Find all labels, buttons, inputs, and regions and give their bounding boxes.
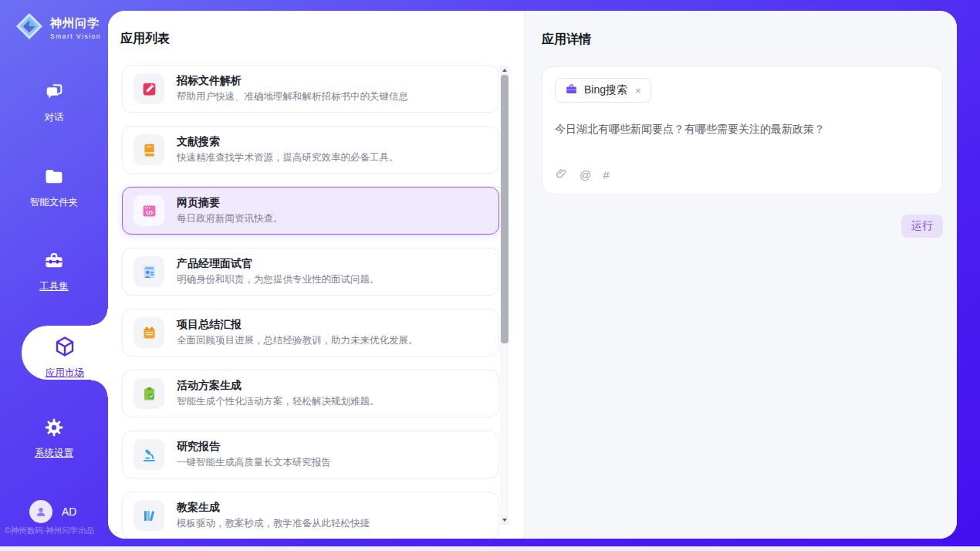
folder-icon: [43, 166, 65, 189]
sidebar: 神州问学 Smart Vision 对话 智能文件夹 工具集 应用市场 系统设置…: [0, 0, 108, 546]
app-card-title: 产品经理面试官: [177, 257, 380, 270]
app-card[interactable]: 活动方案生成 智能生成个性化活动方案，轻松解决规划难题。: [122, 370, 499, 417]
prompt-card[interactable]: Bing搜索 × 今日湖北有哪些新闻要点？有哪些需要关注的最新政策？ @#: [542, 66, 943, 194]
tool-tag-label: Bing搜索: [584, 83, 627, 97]
sidebar-item-folder[interactable]: 智能文件夹: [0, 166, 108, 209]
app-card[interactable]: 项目总结汇报 全面回顾项目进展，总结经验教训，助力未来优化发展。: [122, 309, 499, 357]
briefcase-icon: [565, 83, 578, 99]
composer-toolbar: @#: [555, 167, 610, 183]
app-card-desc: 模板驱动，教案秒成，教学准备从此轻松快捷: [177, 518, 370, 530]
sidebar-item-label: 工具集: [0, 280, 108, 293]
app-card-text: 招标文件解析 帮助用户快速、准确地理解和解析招标书中的关键信息: [177, 74, 408, 103]
app-card-desc: 快速精准查找学术资源，提高研究效率的必备工具。: [177, 152, 399, 164]
app-card[interactable]: 产品经理面试官 明确身份和职责，为您提供专业性的面试问题。: [122, 248, 499, 296]
note-icon: [133, 317, 164, 348]
hash-icon[interactable]: #: [603, 168, 609, 181]
clipboard-check-icon: [133, 378, 164, 409]
run-row: 运行: [542, 215, 943, 238]
list-scrollbar[interactable]: [500, 66, 509, 525]
chat-icon: [43, 81, 65, 104]
avatar[interactable]: [29, 500, 52, 523]
app-card-desc: 一键智能生成高质量长文本研究报告: [177, 457, 331, 469]
app-card-title: 教案生成: [177, 501, 370, 514]
app-card-desc: 智能生成个性化活动方案，轻松解决规划难题。: [177, 396, 380, 408]
query-text[interactable]: 今日湖北有哪些新闻要点？有哪些需要关注的最新政策？: [555, 123, 930, 137]
app-card-text: 产品经理面试官 明确身份和职责，为您提供专业性的面试问题。: [177, 257, 380, 286]
copyright-text: ©神州数码·神州问学出品: [5, 526, 108, 536]
scrollbar-thumb[interactable]: [501, 75, 509, 343]
triangle-down-icon: [502, 519, 507, 522]
triangle-up-icon: [502, 69, 507, 72]
app-card-text: 活动方案生成 智能生成个性化活动方案，轻松解决规划难题。: [177, 379, 380, 407]
toolbox-icon: [43, 250, 65, 273]
brand-logo: 神州问学 Smart Vision: [14, 11, 101, 45]
sidebar-item-chat[interactable]: 对话: [0, 81, 108, 124]
at-icon[interactable]: @: [580, 168, 591, 181]
person-icon: [34, 505, 48, 519]
app-card-title: 文献搜索: [177, 135, 399, 148]
app-card-title: 网页摘要: [177, 196, 283, 209]
app-card-text: 项目总结汇报 全面回顾项目进展，总结经验教训，助力未来优化发展。: [177, 318, 418, 346]
app-card-text: 文献搜索 快速精准查找学术资源，提高研究效率的必备工具。: [177, 135, 399, 164]
app-card-title: 招标文件解析: [177, 74, 408, 87]
scroll-up-button[interactable]: [500, 66, 509, 75]
gear-icon: [43, 417, 65, 440]
sidebar-item-gear[interactable]: 系统设置: [0, 417, 108, 460]
sidebar-item-label: 对话: [0, 111, 108, 124]
app-card-desc: 帮助用户快速、准确地理解和解析招标书中的关键信息: [177, 91, 408, 103]
sidebar-item-cube[interactable]: 应用市场: [22, 326, 108, 380]
microscope-icon: [133, 439, 164, 470]
sidebar-item-label: 系统设置: [0, 447, 108, 460]
books-icon: [133, 500, 164, 531]
app-card-text: 教案生成 模板驱动，教案秒成，教学准备从此轻松快捷: [177, 501, 370, 529]
app-detail-title: 应用详情: [542, 32, 943, 48]
app-list: 招标文件解析 帮助用户快速、准确地理解和解析招标书中的关键信息 文献搜索 快速精…: [122, 65, 499, 539]
user-row[interactable]: AD: [29, 500, 76, 523]
user-name: AD: [62, 505, 76, 518]
browser-code-icon: [133, 195, 164, 226]
brand-name: 神州问学: [50, 16, 101, 31]
app-detail-panel: 应用详情 Bing搜索 × 今日湖北有哪些新闻要点？有哪些需要关注的最新政策？ …: [524, 11, 957, 539]
diamond-logo-icon: [14, 11, 45, 45]
scroll-down-button[interactable]: [500, 516, 509, 525]
app-card-title: 研究报告: [177, 440, 331, 453]
app-card[interactable]: 研究报告 一键智能生成高质量长文本研究报告: [122, 431, 499, 478]
paperclip-icon[interactable]: [555, 167, 568, 183]
app-card[interactable]: 网页摘要 每日政府新闻资讯快查。: [122, 187, 499, 235]
tool-tag-bing-search[interactable]: Bing搜索 ×: [555, 78, 651, 103]
app-card-title: 活动方案生成: [177, 379, 380, 392]
app-card-text: 研究报告 一键智能生成高质量长文本研究报告: [177, 440, 331, 468]
content-shell: 应用列表 招标文件解析 帮助用户快速、准确地理解和解析招标书中的关键信息 文献搜…: [108, 11, 957, 539]
sidebar-item-label: 应用市场: [22, 367, 108, 380]
app-card[interactable]: 教案生成 模板驱动，教案秒成，教学准备从此轻松快捷: [122, 492, 499, 539]
book-icon: [133, 134, 164, 165]
app-card-text: 网页摘要 每日政府新闻资讯快查。: [177, 196, 283, 225]
app-list-panel: 应用列表 招标文件解析 帮助用户快速、准确地理解和解析招标书中的关键信息 文献搜…: [108, 11, 524, 539]
brand-subtitle: Smart Vision: [50, 32, 101, 40]
run-button[interactable]: 运行: [901, 215, 943, 238]
person-resume-icon: [133, 256, 164, 287]
close-icon[interactable]: ×: [635, 85, 641, 96]
sidebar-item-toolbox[interactable]: 工具集: [0, 250, 108, 293]
app-card-title: 项目总结汇报: [177, 318, 418, 331]
app-card-desc: 全面回顾项目进展，总结经验教训，助力未来优化发展。: [177, 335, 418, 347]
app-card-desc: 每日政府新闻资讯快查。: [177, 213, 283, 225]
app-card[interactable]: 文献搜索 快速精准查找学术资源，提高研究效率的必备工具。: [122, 126, 499, 174]
edit-square-icon: [133, 73, 164, 104]
cube-icon: [53, 335, 76, 358]
app-card[interactable]: 招标文件解析 帮助用户快速、准确地理解和解析招标书中的关键信息: [122, 65, 499, 113]
app-card-desc: 明确身份和职责，为您提供专业性的面试问题。: [177, 274, 380, 286]
sidebar-item-label: 智能文件夹: [0, 196, 108, 209]
app-list-title: 应用列表: [120, 31, 170, 47]
